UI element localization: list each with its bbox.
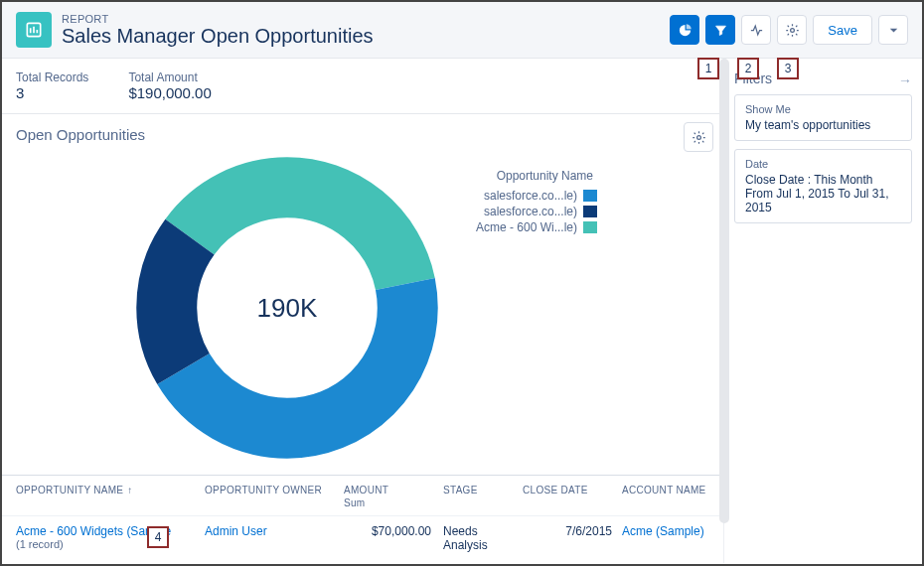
total-amount-label: Total Amount bbox=[128, 71, 211, 84]
donut-chart: 190K bbox=[128, 149, 446, 467]
refresh-button[interactable] bbox=[741, 15, 771, 45]
col-stage[interactable]: STAGE bbox=[443, 484, 523, 509]
col-close-date[interactable]: CLOSE DATE bbox=[523, 484, 622, 509]
settings-button[interactable] bbox=[777, 15, 807, 45]
close-date-cell: 7/6/2015 bbox=[523, 524, 622, 552]
amount-cell: $70,000.00 bbox=[344, 524, 443, 552]
filters-panel: Filters → Show Me My team's opportunitie… bbox=[723, 59, 922, 563]
report-header: REPORT Sales Manager Open Opportunities … bbox=[2, 2, 922, 59]
annotation-2: 2 bbox=[737, 58, 759, 79]
owner-link[interactable]: Admin User bbox=[205, 524, 267, 538]
legend-item[interactable]: Acme - 600 Wi...le) bbox=[476, 220, 597, 234]
svg-point-2 bbox=[696, 135, 700, 139]
col-amount[interactable]: AMOUNTSum bbox=[344, 484, 443, 509]
svg-point-1 bbox=[790, 28, 794, 32]
legend-swatch bbox=[583, 206, 597, 217]
legend-title: Opportunity Name bbox=[476, 169, 593, 183]
legend-label: salesforce.co...le) bbox=[484, 189, 577, 203]
gear-icon bbox=[692, 130, 706, 145]
legend-label: salesforce.co...le) bbox=[484, 205, 577, 218]
filter-label: Show Me bbox=[745, 103, 901, 115]
filter-toggle-button[interactable] bbox=[705, 15, 735, 45]
save-button[interactable]: Save bbox=[813, 15, 872, 45]
scrollbar[interactable] bbox=[719, 59, 729, 523]
annotation-3: 3 bbox=[777, 58, 799, 79]
chart-toggle-button[interactable] bbox=[670, 15, 699, 45]
summary-bar: Total Records 3 Total Amount $190,000.00 bbox=[2, 59, 723, 114]
chart-title: Open Opportunities bbox=[16, 126, 709, 143]
report-icon bbox=[16, 12, 52, 48]
total-amount-value: $190,000.00 bbox=[128, 84, 211, 101]
report-table: OPPORTUNITY NAME↑ OPPORTUNITY OWNER AMOU… bbox=[2, 475, 723, 560]
chart-settings-button[interactable] bbox=[684, 122, 713, 152]
col-account-name[interactable]: ACCOUNT NAME bbox=[622, 484, 723, 509]
col-owner[interactable]: OPPORTUNITY OWNER bbox=[205, 484, 344, 509]
filter-card-showme[interactable]: Show Me My team's opportunities bbox=[734, 94, 912, 141]
record-count: (1 record) bbox=[16, 538, 205, 550]
save-dropdown-button[interactable] bbox=[878, 15, 908, 45]
annotation-1: 1 bbox=[697, 58, 719, 79]
legend-swatch bbox=[583, 221, 597, 233]
table-header: OPPORTUNITY NAME↑ OPPORTUNITY OWNER AMOU… bbox=[2, 476, 723, 515]
total-records-label: Total Records bbox=[16, 71, 88, 84]
table-row: Acme - 600 Widgets (Sample (1 record) Ad… bbox=[2, 515, 723, 560]
stage-cell: Needs Analysis bbox=[443, 524, 523, 552]
total-records-value: 3 bbox=[16, 84, 88, 101]
account-link[interactable]: Acme (Sample) bbox=[622, 524, 704, 538]
header-subtitle: REPORT bbox=[62, 13, 374, 25]
chart-panel: Open Opportunities 190K Opportunity bbox=[2, 114, 723, 471]
main-panel: Total Records 3 Total Amount $190,000.00… bbox=[2, 59, 723, 563]
filter-card-date[interactable]: Date Close Date : This Month From Jul 1,… bbox=[734, 149, 912, 223]
page-title: Sales Manager Open Opportunities bbox=[62, 25, 374, 48]
filter-value: Close Date : This Month From Jul 1, 2015… bbox=[745, 173, 901, 214]
filter-label: Date bbox=[745, 158, 901, 170]
chart-legend: Opportunity Name salesforce.co...le) sal… bbox=[476, 169, 597, 236]
col-opportunity-name[interactable]: OPPORTUNITY NAME↑ bbox=[16, 484, 205, 509]
sort-asc-icon: ↑ bbox=[127, 485, 132, 495]
legend-label: Acme - 600 Wi...le) bbox=[476, 220, 577, 234]
chevron-down-icon bbox=[886, 23, 901, 38]
header-actions: Save bbox=[670, 15, 908, 45]
legend-item[interactable]: salesforce.co...le) bbox=[476, 205, 597, 218]
filter-value: My team's opportunities bbox=[745, 118, 901, 132]
legend-swatch bbox=[583, 190, 597, 202]
annotation-4: 4 bbox=[147, 526, 169, 548]
chart-center-value: 190K bbox=[128, 149, 446, 467]
collapse-panel-icon[interactable]: → bbox=[898, 72, 912, 88]
legend-item[interactable]: salesforce.co...le) bbox=[476, 189, 597, 203]
